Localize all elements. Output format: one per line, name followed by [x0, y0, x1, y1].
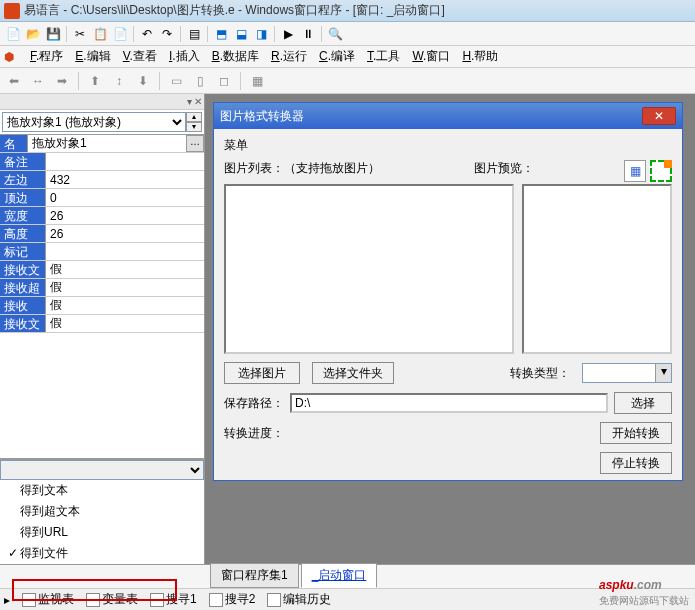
status-tab[interactable]: 搜寻1	[150, 591, 197, 608]
redo-button[interactable]: ↷	[158, 25, 176, 43]
align-middle-button[interactable]: ↕	[109, 71, 129, 91]
layout3-button[interactable]: ◨	[252, 25, 270, 43]
pause-button[interactable]: ⏸	[299, 25, 317, 43]
menu-item[interactable]: F.程序	[24, 46, 69, 67]
event-item[interactable]: ✓得到文件	[0, 543, 204, 564]
property-row: 备注	[0, 153, 204, 171]
property-label[interactable]: 左边	[0, 171, 46, 188]
paste-button[interactable]: 📄	[111, 25, 129, 43]
menu-item[interactable]: I.插入	[163, 46, 206, 67]
property-row: 标记	[0, 243, 204, 261]
align-top-button[interactable]: ⬆	[85, 71, 105, 91]
same-width-button[interactable]: ▭	[166, 71, 186, 91]
object-selector[interactable]: 拖放对象1 (拖放对象)	[2, 112, 186, 132]
property-label[interactable]: 接收文本	[0, 261, 46, 278]
property-value-input[interactable]	[46, 315, 204, 332]
menu-item[interactable]: C.编译	[313, 46, 361, 67]
drop-target-icon[interactable]	[650, 160, 672, 182]
run-button[interactable]: ▶	[279, 25, 297, 43]
convert-type-combo[interactable]: ▾	[582, 363, 672, 383]
menu-label[interactable]: 菜单	[224, 135, 672, 156]
property-label[interactable]: 名称	[0, 135, 28, 152]
stop-convert-button[interactable]: 停止转换	[600, 452, 672, 474]
document-tab[interactable]: _启动窗口	[301, 563, 378, 588]
status-tab[interactable]: 搜寻2	[209, 591, 256, 608]
undo-button[interactable]: ↶	[138, 25, 156, 43]
main-area: ▾ ✕ 拖放对象1 (拖放对象) ▴ ▾ 名称…备注左边顶边宽度高度标记接收文本…	[0, 94, 695, 564]
property-value-input[interactable]	[46, 153, 204, 170]
object-up-arrow[interactable]: ▴	[186, 112, 202, 122]
events-selector[interactable]	[0, 460, 204, 480]
status-tab[interactable]: 变量表	[86, 591, 138, 608]
form-designer[interactable]: 图片格式转换器 ✕ 菜单 图片列表：（支持拖放图片） 图片预览： ▦	[205, 94, 695, 564]
same-height-button[interactable]: ▯	[190, 71, 210, 91]
save-path-row: 保存路径： 选择	[224, 392, 672, 414]
property-label[interactable]: 接收文件	[0, 315, 46, 332]
layout2-button[interactable]: ⬓	[232, 25, 250, 43]
property-value-input[interactable]	[46, 297, 204, 314]
event-item[interactable]: 得到文本	[0, 480, 204, 501]
status-tab[interactable]: 编辑历史	[267, 591, 331, 608]
menu-item[interactable]: W.窗口	[406, 46, 456, 67]
property-label[interactable]: 接收超文本	[0, 279, 46, 296]
align-left-button[interactable]: ⬅	[4, 71, 24, 91]
save-path-input[interactable]	[290, 393, 608, 413]
panel-close-icon[interactable]: ✕	[194, 96, 202, 107]
grid-button[interactable]: ▦	[247, 71, 267, 91]
menu-logo-icon[interactable]: ⬢	[4, 50, 24, 64]
align-right-button[interactable]: ➡	[52, 71, 72, 91]
start-convert-button[interactable]: 开始转换	[600, 422, 672, 444]
new-button[interactable]: 📄	[4, 25, 22, 43]
property-value-input[interactable]	[46, 207, 204, 224]
notes-button[interactable]: ▤	[185, 25, 203, 43]
find-button[interactable]: 🔍	[326, 25, 344, 43]
property-label[interactable]: 接收URL	[0, 297, 46, 314]
property-label[interactable]: 高度	[0, 225, 46, 242]
object-down-arrow[interactable]: ▾	[186, 122, 202, 132]
align-bottom-button[interactable]: ⬇	[133, 71, 153, 91]
properties-panel: ▾ ✕ 拖放对象1 (拖放对象) ▴ ▾ 名称…备注左边顶边宽度高度标记接收文本…	[0, 94, 205, 564]
property-value-input[interactable]	[46, 225, 204, 242]
designed-window[interactable]: 图片格式转换器 ✕ 菜单 图片列表：（支持拖放图片） 图片预览： ▦	[213, 102, 683, 481]
same-size-button[interactable]: ◻	[214, 71, 234, 91]
event-item[interactable]: 得到超文本	[0, 501, 204, 522]
layout1-button[interactable]: ⬒	[212, 25, 230, 43]
menu-item[interactable]: V.查看	[117, 46, 163, 67]
menu-item[interactable]: E.编辑	[69, 46, 116, 67]
select-path-button[interactable]: 选择	[614, 392, 672, 414]
document-tab[interactable]: 窗口程序集1	[210, 563, 299, 588]
align-center-button[interactable]: ↔	[28, 71, 48, 91]
property-row: 左边	[0, 171, 204, 189]
status-collapse-icon[interactable]: ▸	[4, 593, 10, 607]
event-item[interactable]: 得到URL	[0, 522, 204, 543]
preview-label: 图片预览：	[474, 160, 624, 182]
cut-button[interactable]: ✂	[71, 25, 89, 43]
copy-button[interactable]: 📋	[91, 25, 109, 43]
property-value-input[interactable]	[46, 261, 204, 278]
menu-item[interactable]: R.运行	[265, 46, 313, 67]
property-label[interactable]: 顶边	[0, 189, 46, 206]
property-value-input[interactable]	[46, 243, 204, 260]
property-label[interactable]: 标记	[0, 243, 46, 260]
image-list[interactable]	[224, 184, 514, 354]
inner-close-button[interactable]: ✕	[642, 107, 676, 125]
menu-item[interactable]: H.帮助	[456, 46, 504, 67]
property-value-input[interactable]	[46, 171, 204, 188]
save-button[interactable]: 💾	[44, 25, 62, 43]
grid-view-icon[interactable]: ▦	[624, 160, 646, 182]
select-image-button[interactable]: 选择图片	[224, 362, 300, 384]
content-row	[224, 184, 672, 354]
property-label[interactable]: 宽度	[0, 207, 46, 224]
panel-dropdown-icon[interactable]: ▾	[187, 96, 192, 107]
open-button[interactable]: 📂	[24, 25, 42, 43]
property-value-input[interactable]	[28, 135, 186, 152]
property-value-input[interactable]	[46, 279, 204, 296]
status-tab[interactable]: 监视表	[22, 591, 74, 608]
select-folder-button[interactable]: 选择文件夹	[312, 362, 394, 384]
property-label[interactable]: 备注	[0, 153, 46, 170]
menu-item[interactable]: B.数据库	[206, 46, 265, 67]
property-more-button[interactable]: …	[186, 135, 204, 152]
menu-item[interactable]: T.工具	[361, 46, 406, 67]
preview-box[interactable]	[522, 184, 672, 354]
property-value-input[interactable]	[46, 189, 204, 206]
